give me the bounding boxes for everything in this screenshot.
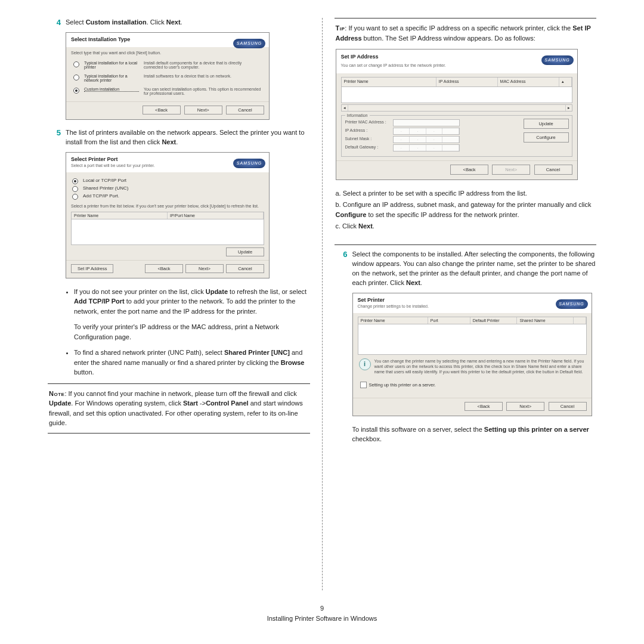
col-shared: Shared Name bbox=[517, 317, 573, 324]
step-text: Select Custom installation. Click Next. bbox=[66, 18, 310, 27]
cancel-button[interactable]: Cancel bbox=[226, 106, 264, 114]
update-button[interactable]: Update bbox=[226, 247, 264, 256]
note-box: Note: If you cannot find your machine in… bbox=[48, 383, 310, 434]
info-icon: i bbox=[359, 358, 371, 370]
next-button[interactable]: Next> bbox=[492, 165, 530, 175]
col-printer-name: Printer Name bbox=[358, 317, 428, 324]
opt-desc: Install softwares for a device that is o… bbox=[144, 74, 262, 78]
back-button[interactable]: <Back bbox=[145, 264, 183, 273]
configure-button[interactable]: Configure bbox=[524, 132, 569, 143]
opt-label: Custom installation bbox=[84, 87, 139, 92]
note-label: Note bbox=[49, 390, 64, 397]
mac-input[interactable] bbox=[393, 119, 460, 126]
dialog-set-ip: × Set IP Address You can set or change I… bbox=[336, 49, 578, 180]
cancel-button[interactable]: Cancel bbox=[226, 264, 264, 273]
scrollbar-h[interactable]: ◂ ▸ bbox=[341, 104, 572, 112]
radio-local-tcp[interactable] bbox=[72, 178, 78, 184]
scroll-left-icon[interactable]: ◂ bbox=[342, 105, 348, 111]
info-text: i You can change the printer name by sel… bbox=[358, 355, 587, 378]
list-header: Printer Name IP Address MAC Address ▴ bbox=[341, 77, 572, 87]
cancel-button[interactable]: Cancel bbox=[534, 165, 572, 175]
back-button[interactable]: <Back bbox=[143, 106, 181, 114]
dialog-select-installation-type: × Select Installation Type SAMSUNG Selec… bbox=[66, 32, 270, 120]
col-printer-name: Printer Name bbox=[72, 212, 168, 219]
page-number: 9 bbox=[42, 603, 602, 614]
tail-text: To install this software on a server, se… bbox=[352, 425, 597, 444]
gateway-input[interactable]: ... bbox=[393, 144, 460, 151]
step-text: The list of printers available on the ne… bbox=[66, 128, 310, 147]
footer-title: Installing Printer Software in Windows bbox=[42, 614, 602, 624]
scroll-right-icon[interactable]: ▸ bbox=[565, 105, 572, 111]
col-mac: MAC Address bbox=[498, 78, 559, 86]
bullet-item: If you do not see your printer on the li… bbox=[74, 287, 310, 342]
step-number: 5 bbox=[48, 128, 66, 137]
dialog-hint: Select type that you want and click [Nex… bbox=[71, 51, 264, 55]
subnet-input[interactable]: ... bbox=[393, 136, 460, 143]
samsung-logo: SAMSUNG bbox=[556, 299, 588, 309]
step-text: Select the components to be installed. A… bbox=[352, 250, 597, 288]
checkbox-label: Setting up this printer on a server. bbox=[369, 382, 436, 388]
update-button[interactable]: Update bbox=[524, 119, 569, 129]
back-button[interactable]: <Back bbox=[465, 402, 503, 411]
col-printer-name: Printer Name bbox=[342, 78, 436, 86]
list-header: Printer Name IP/Port Name bbox=[71, 212, 264, 219]
dialog-set-printer: × Set Printer Change printer settings to… bbox=[352, 293, 592, 416]
opt-desc: Install default components for a device … bbox=[144, 61, 262, 69]
back-button[interactable]: <Back bbox=[450, 165, 488, 175]
tip-label: Tip bbox=[336, 24, 345, 32]
bullet-item: To find a shared network printer (UNC Pa… bbox=[74, 348, 310, 377]
col-port: Port bbox=[428, 317, 470, 324]
field-label: IP Address : bbox=[345, 128, 393, 134]
field-label: Subnet Mask : bbox=[345, 136, 393, 143]
radio-typical-network[interactable] bbox=[73, 75, 79, 80]
column-divider bbox=[322, 18, 323, 590]
printer-list[interactable] bbox=[358, 324, 587, 355]
radio-add-tcp[interactable] bbox=[72, 194, 78, 200]
samsung-logo: SAMSUNG bbox=[233, 39, 265, 48]
ip-input[interactable]: ... bbox=[393, 128, 460, 135]
fieldset-legend: Information bbox=[345, 113, 370, 119]
dialog-select-printer-port: × Select Printer Port Select a port that… bbox=[66, 152, 270, 278]
page-footer: 9 Installing Printer Software in Windows bbox=[42, 603, 602, 623]
printer-list[interactable] bbox=[341, 87, 572, 103]
radio-label: Local or TCP/IP Port bbox=[83, 178, 126, 183]
scroll-up-icon[interactable]: ▴ bbox=[559, 78, 572, 86]
dialog-title: Set Printer bbox=[358, 297, 587, 303]
next-button[interactable]: Next> bbox=[185, 264, 224, 273]
field-label: Printer MAC Address : bbox=[345, 119, 393, 126]
samsung-logo: SAMSUNG bbox=[541, 55, 574, 65]
samsung-logo: SAMSUNG bbox=[233, 159, 265, 168]
dialog-title: Set IP Address bbox=[341, 53, 572, 61]
dialog-subtitle: You can set or change IP address for the… bbox=[341, 63, 572, 69]
col-default: Default Printer bbox=[470, 317, 518, 324]
opt-label: Typical installation for a network print… bbox=[84, 74, 139, 82]
substep-c: c. Click Next. bbox=[336, 221, 596, 231]
col-ip-port: IP/Port Name bbox=[168, 212, 264, 219]
set-ip-button[interactable]: Set IP Address bbox=[71, 264, 113, 273]
next-button[interactable]: Next> bbox=[184, 106, 222, 114]
tip-box: Tip: If you want to set a specific IP ad… bbox=[335, 18, 597, 245]
dialog-subtitle: Change printer settings to be installed. bbox=[358, 304, 587, 308]
radio-custom[interactable] bbox=[73, 88, 79, 94]
substep-b: b. Configure an IP address, subnet mask,… bbox=[336, 200, 596, 220]
step-number: 6 bbox=[335, 250, 352, 259]
next-button[interactable]: Next> bbox=[506, 402, 544, 411]
list-hint: Select a printer from the list below. If… bbox=[71, 204, 264, 208]
field-label: Default Gateway : bbox=[345, 144, 393, 151]
opt-label: Typical installation for a local printer bbox=[84, 61, 139, 69]
cancel-button[interactable]: Cancel bbox=[549, 402, 587, 411]
list-header: Printer Name Port Default Printer Shared… bbox=[358, 317, 587, 324]
printer-list[interactable] bbox=[71, 219, 264, 245]
sub-steps: a. Select a printer to be set with a spe… bbox=[336, 188, 596, 231]
radio-label: Shared Printer (UNC) bbox=[83, 185, 128, 191]
radio-shared-unc[interactable] bbox=[72, 186, 78, 192]
col-ip: IP Address bbox=[436, 78, 498, 86]
opt-desc: You can select installation options. Thi… bbox=[144, 87, 262, 95]
step-number: 4 bbox=[48, 18, 66, 27]
server-checkbox[interactable] bbox=[360, 382, 367, 388]
bullet-list: If you do not see your printer on the li… bbox=[66, 287, 310, 377]
substep-a: a. Select a printer to be set with a spe… bbox=[336, 188, 596, 199]
radio-label: Add TCP/IP Port. bbox=[83, 193, 119, 199]
radio-typical-local[interactable] bbox=[73, 61, 79, 67]
